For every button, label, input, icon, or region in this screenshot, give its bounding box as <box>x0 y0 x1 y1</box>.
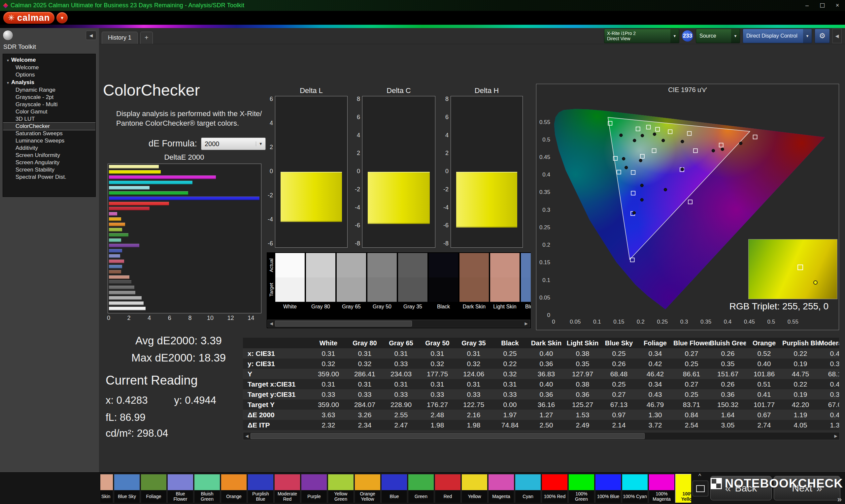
sidebar-item-luminance-sweeps[interactable]: Luminance Sweeps <box>3 137 95 144</box>
swatch-white: White <box>275 253 305 312</box>
tree-group-analysis[interactable]: ▾Analysis <box>3 78 95 86</box>
sidebar-item-spectral-power-dist[interactable]: Spectral Power Dist. <box>3 174 95 181</box>
pattern-bluish-green[interactable]: Bluish Green <box>194 474 220 503</box>
close-button[interactable]: × <box>830 0 845 11</box>
pattern-blue[interactable]: Blue <box>381 474 407 503</box>
scrollbar-thumb[interactable] <box>275 321 412 326</box>
sidebar-item-dynamic-range[interactable]: Dynamic Range <box>3 86 95 94</box>
home-round-button[interactable] <box>3 30 13 40</box>
corner-next-icon[interactable]: » <box>838 495 842 504</box>
pattern-moderate-red[interactable]: Moderate Red <box>274 474 300 503</box>
table-cell: 0.36 <box>564 391 601 398</box>
pattern-magenta[interactable]: Magenta <box>488 474 514 503</box>
reading-y: y: 0.4944 <box>174 395 216 406</box>
sidebar-item-screen-uniformity[interactable]: Screen Uniformity <box>3 152 95 159</box>
sidebar-item-screen-angularity[interactable]: Screen Angularity <box>3 159 95 166</box>
pattern-orange[interactable]: Orange <box>221 474 247 503</box>
panel-collapse-button[interactable]: ◀ <box>832 29 842 43</box>
swatch-actual-color <box>306 253 335 277</box>
swatch-target-color <box>367 277 397 302</box>
pattern-purple[interactable]: Purple <box>301 474 327 503</box>
scroll-left-icon[interactable]: ◀ <box>268 321 275 326</box>
sidebar-item-grayscale-2pt[interactable]: Grayscale - 2pt <box>3 94 95 101</box>
pattern-100-magenta[interactable]: 100% Magenta <box>649 474 675 503</box>
maximize-button[interactable]: ☐ <box>815 0 830 11</box>
calman-logo[interactable]: ✳ calman <box>3 12 54 24</box>
pattern-foliage[interactable]: Foliage <box>141 474 167 503</box>
pattern-100-blue[interactable]: 100% Blue <box>595 474 621 503</box>
axis-tick-label: -4 <box>262 216 273 223</box>
sidebar-item-additivity[interactable]: Additivity <box>3 144 95 152</box>
pattern-100-red[interactable]: 100% Red <box>542 474 568 503</box>
logo-bar: ✳ calman ▼ <box>0 11 845 25</box>
pattern-expand-caret[interactable]: ^ <box>691 473 708 480</box>
pattern-cyan[interactable]: Cyan <box>515 474 541 503</box>
axis-tick-label: -6 <box>438 222 448 229</box>
pattern-window-button[interactable] <box>692 481 708 497</box>
sidebar-item-screen-stability[interactable]: Screen Stability <box>3 166 95 174</box>
sidebar-item-color-gamut[interactable]: Color Gamut <box>3 108 95 115</box>
deltae-bar-gray-50 <box>109 291 135 294</box>
pattern-yellow-green[interactable]: Yellow Green <box>328 474 354 503</box>
pattern-orange-yellow[interactable]: Orange Yellow <box>354 474 381 503</box>
pattern-100-yellow[interactable]: 100% Yellow <box>675 474 691 503</box>
pattern-label: Magenta <box>489 490 514 503</box>
pattern-blue-flower[interactable]: Blue Flower <box>168 474 193 503</box>
table-cell: 0.36 <box>710 391 746 398</box>
axis-tick-label: -4 <box>350 204 360 211</box>
axis-tick-label: -2 <box>350 186 360 193</box>
sidebar-item-grayscale-multi[interactable]: Grayscale - Multi <box>3 101 95 108</box>
svg-text:0.4: 0.4 <box>724 319 732 325</box>
pattern-100-cyan[interactable]: 100% Cyan <box>622 474 648 503</box>
sidebar-item-colorchecker[interactable]: ColorChecker <box>3 123 95 130</box>
table-row-target-y-cie31: Target y:CIE310.330.330.330.330.330.330.… <box>243 389 839 399</box>
tree-collapse-icon: ▾ <box>7 58 9 63</box>
meter-dropdown[interactable]: X-Rite i1Pro 2 Direct View ▼ <box>604 29 679 43</box>
scroll-left-icon[interactable]: ◀ <box>243 434 250 438</box>
pattern-light-skin[interactable]: Light Skin <box>100 474 113 503</box>
minimize-button[interactable]: – <box>799 0 815 11</box>
de-formula-dropdown[interactable]: 2000 ▼ <box>201 138 266 150</box>
table-row-e-2000: ΔE 20003.633.262.552.482.161.971.271.530… <box>243 410 839 420</box>
pattern-purplish-blue[interactable]: Purplish Blue <box>248 474 274 503</box>
deltae-chart-title: DeltaE 2000 <box>108 153 261 162</box>
scrollbar-thumb[interactable] <box>250 433 645 439</box>
deltae-bar-chart <box>108 164 261 313</box>
swatch-label: Gray 65 <box>337 302 366 312</box>
pattern-yellow[interactable]: Yellow <box>461 474 488 503</box>
scroll-right-icon[interactable]: ▶ <box>523 321 530 326</box>
add-tab-button[interactable]: + <box>140 32 153 44</box>
svg-text:0: 0 <box>547 312 550 318</box>
deltae-bar-white <box>109 307 145 310</box>
swatch-scrollbar[interactable]: ◀ ▶ <box>267 320 530 327</box>
logo-menu-button[interactable]: ▼ <box>56 12 68 23</box>
sidebar-item-welcome[interactable]: Welcome <box>3 64 95 71</box>
pattern-red[interactable]: Red <box>435 474 461 503</box>
pattern-color <box>382 474 407 490</box>
pattern-blue-sky[interactable]: Blue Sky <box>114 474 140 503</box>
calman-flower-icon: ✳ <box>8 13 15 22</box>
sidebar-item-saturation-sweeps[interactable]: Saturation Sweeps <box>3 130 95 137</box>
sidebar-collapse-button[interactable]: ◀ <box>86 31 96 40</box>
pattern-color <box>462 474 487 490</box>
pattern-label: Blue <box>382 490 407 503</box>
scroll-right-icon[interactable]: ▶ <box>832 434 839 438</box>
pattern-label: 100% Yellow <box>676 490 691 503</box>
deltae-bar-green <box>109 233 128 237</box>
display-control-dropdown[interactable]: Direct Display Control ▼ <box>743 29 812 43</box>
pattern-100-green[interactable]: 100% Green <box>568 474 595 503</box>
tree-group-welcome[interactable]: ▾Welcome <box>3 56 95 64</box>
tab-history-1[interactable]: History 1 <box>102 32 138 44</box>
source-dropdown[interactable]: Source ▼ <box>696 29 740 43</box>
pattern-green[interactable]: Green <box>408 474 434 503</box>
sidebar-item-options[interactable]: Options <box>3 71 95 78</box>
sidebar-item-3d-lut[interactable]: 3D LUT <box>3 115 95 123</box>
settings-gear-button[interactable]: ⚙ <box>815 29 830 43</box>
pattern-color <box>221 474 247 490</box>
deltae-bar-gray-65 <box>109 296 142 300</box>
axis-tick-label: 6 <box>438 114 448 121</box>
deltae-bar-blue-sky <box>109 265 122 269</box>
table-cell: 0.26 <box>710 349 746 358</box>
table-scrollbar[interactable]: ◀ ▶ <box>243 432 840 440</box>
swatch-black: Black <box>429 253 458 312</box>
